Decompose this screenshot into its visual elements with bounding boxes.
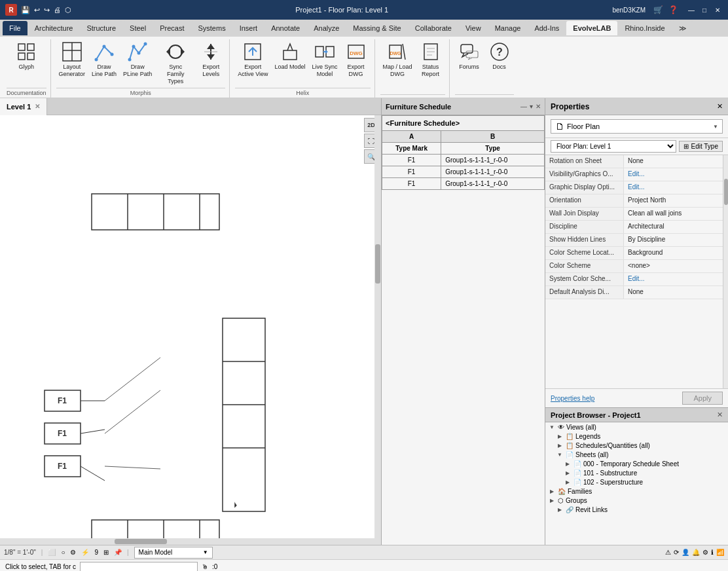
ribbon-item-status-report[interactable]: StatusReport [416, 39, 445, 80]
status-warning-icon[interactable]: ⚠ [665, 549, 671, 556]
pb-revit-links[interactable]: ▶ 🔗 Revit Links [545, 505, 728, 514]
pb-groups[interactable]: ▶ ⬡ Groups [545, 496, 728, 505]
ribbon-item-load-model[interactable]: Load Model [272, 39, 308, 73]
export-active-view-icon [242, 41, 263, 62]
ribbon-item-forums[interactable]: Forums [455, 39, 484, 73]
props-row-visibility[interactable]: Visibility/Graphics O... Edit... [545, 168, 728, 181]
properties-help-link[interactable]: Properties help [551, 395, 594, 402]
level-select[interactable]: Floor Plan: Level 1 [551, 140, 676, 153]
tab-steel[interactable]: Steel [123, 21, 153, 35]
minimize-button[interactable]: — [686, 5, 697, 15]
floor-plan-view-icon: 🗋 [555, 121, 564, 132]
quick-access-print[interactable]: 🖨 [54, 6, 61, 14]
close-button[interactable]: ✕ [712, 5, 723, 15]
schedule-menu-icon[interactable]: ▾ [530, 103, 533, 110]
canvas-scrollbar-horizontal[interactable] [0, 538, 381, 545]
ribbon-group-mapload: DWG Map / LoadDWG StatusReport [376, 39, 450, 98]
ribbon-item-layout-generator[interactable]: LayoutGenerator [56, 39, 88, 80]
ribbon-item-sync-family[interactable]: SyncFamily Types [156, 39, 195, 86]
quick-access-3d[interactable]: ⬡ [65, 6, 71, 14]
edit-type-button[interactable]: ⊞ Edit Type [679, 141, 723, 152]
status-mode-text: :0 [212, 563, 217, 570]
svg-line-49 [81, 430, 105, 433]
viewport-tab-level1[interactable]: Level 1 ✕ [0, 98, 47, 115]
status-input[interactable] [80, 562, 198, 571]
ribbon-item-docs[interactable]: ? Docs [485, 39, 514, 73]
ribbon-item-glyph[interactable]: Glyph [12, 39, 41, 73]
status-user-icon[interactable]: 👤 [682, 549, 689, 556]
ribbon-item-export-levels[interactable]: ExportLevels [196, 39, 225, 80]
canvas-scrollbar-vertical[interactable] [374, 115, 381, 545]
pb-close-icon[interactable]: ✕ [717, 411, 723, 419]
pb-schedules[interactable]: ▶ 📋 Schedules/Quantities (all) [545, 441, 728, 450]
help-icon[interactable]: ❓ [668, 5, 678, 14]
tab-view[interactable]: View [459, 21, 488, 35]
maximize-button[interactable]: □ [699, 5, 710, 15]
tab-file[interactable]: File [3, 21, 27, 35]
table-row[interactable]: F1 Group1-s-1-1-1_r-0-0 [382, 166, 545, 178]
families-toggle-icon: ▶ [548, 487, 556, 495]
pb-legends[interactable]: ▶ 📋 Legends [545, 432, 728, 441]
table-row[interactable]: F1 Group1-s-1-1-1_r-0-0 [382, 178, 545, 190]
svg-line-61 [105, 358, 160, 401]
tab-addins[interactable]: Add-Ins [528, 21, 566, 35]
pb-sheet-101[interactable]: ▶ 📄 101 - Substructure [545, 468, 728, 477]
status-circle-icon: ○ [61, 549, 65, 556]
status-gear-icon[interactable]: ⚙ [702, 549, 708, 556]
viewport-tab-close[interactable]: ✕ [35, 103, 40, 110]
canvas-area[interactable]: F1 F1 F1 [0, 115, 381, 545]
tab-massing[interactable]: Massing & Site [346, 21, 407, 35]
status-model-selector[interactable]: Main Model ▼ [134, 547, 213, 559]
shopping-cart-icon[interactable]: 🛒 [653, 5, 663, 14]
schedule-collapse-icon[interactable]: — [520, 103, 527, 110]
tab-more[interactable]: ≫ [672, 21, 693, 35]
ribbon-item-map-load-dwg[interactable]: DWG Map / LoadDWG [380, 39, 415, 80]
tab-rhinoinside[interactable]: Rhino.Inside [618, 21, 671, 35]
status-notification-icon[interactable]: 🔔 [692, 549, 700, 556]
pb-families[interactable]: ▶ 🏠 Families [545, 487, 728, 496]
status-report-label: StatusReport [422, 64, 439, 78]
pb-views-all[interactable]: ▼ 👁 Views (all) [545, 422, 728, 432]
status-sync-icon[interactable]: ⟳ [674, 549, 679, 556]
tab-precast[interactable]: Precast [153, 21, 191, 35]
ribbon-item-live-sync[interactable]: Live SyncModel [310, 39, 340, 80]
tab-systems[interactable]: Systems [191, 21, 232, 35]
table-row[interactable]: F1 Group1-s-1-1-1_r-0-0 [382, 155, 545, 166]
schedule-close-icon[interactable]: ✕ [536, 103, 541, 110]
glyph-icon [16, 41, 37, 62]
tab-analyze[interactable]: Analyze [307, 21, 346, 35]
status-pin-icon: 📌 [114, 549, 122, 556]
pb-sheet-000[interactable]: ▶ 📄 000 - Temporary Schedule Sheet [545, 459, 728, 468]
props-row-system-color[interactable]: System Color Sche... Edit... [545, 273, 728, 286]
tab-insert[interactable]: Insert [233, 21, 264, 35]
quick-access-save[interactable]: 💾 [21, 6, 30, 14]
pb-sheets-all[interactable]: ▼ 📄 Sheets (all) [545, 450, 728, 459]
svg-text:DWG: DWG [390, 51, 402, 56]
ribbon-item-draw-pline-path[interactable]: DrawPLine Path [120, 39, 155, 80]
props-row-color-scheme-loc: Color Scheme Locat... Background [545, 247, 728, 260]
properties-close-icon[interactable]: ✕ [717, 102, 723, 111]
tab-evolvelab[interactable]: EvolveLAB [566, 21, 617, 35]
props-scrollbar[interactable] [723, 155, 728, 388]
pb-sheet-102[interactable]: ▶ 📄 102 - Superstructure [545, 477, 728, 487]
quick-access-undo[interactable]: ↩ [34, 6, 40, 14]
row3-type: Group1-s-1-1-1_r-0-0 [441, 178, 545, 190]
tab-structure[interactable]: Structure [80, 21, 122, 35]
tab-annotate[interactable]: Annotate [264, 21, 306, 35]
ribbon-item-export-dwg[interactable]: DWG ExportDWG [342, 39, 371, 80]
ribbon-item-export-active-view[interactable]: ExportActive View [235, 39, 270, 80]
status-divider2: | [127, 549, 129, 556]
schedule-header: Furniture Schedule — ▾ ✕ [382, 98, 545, 115]
svg-marker-17 [207, 44, 215, 49]
apply-button[interactable]: Apply [682, 392, 723, 405]
quick-access-redo[interactable]: ↪ [44, 6, 50, 14]
tab-manage[interactable]: Manage [488, 21, 528, 35]
tab-architecture[interactable]: Architecture [28, 21, 80, 35]
tab-collaborate[interactable]: Collaborate [409, 21, 458, 35]
props-row-graphic-display[interactable]: Graphic Display Opti... Edit... [545, 181, 728, 194]
ribbon-item-draw-line-path[interactable]: DrawLine Path [89, 39, 119, 80]
props-row-wall-join: Wall Join Display Clean all wall joins [545, 208, 728, 221]
svg-rect-2 [18, 53, 25, 60]
view-selector-dropdown[interactable]: 🗋 Floor Plan ▼ [551, 119, 723, 134]
status-settings-icon[interactable]: ⚙ [70, 549, 76, 556]
